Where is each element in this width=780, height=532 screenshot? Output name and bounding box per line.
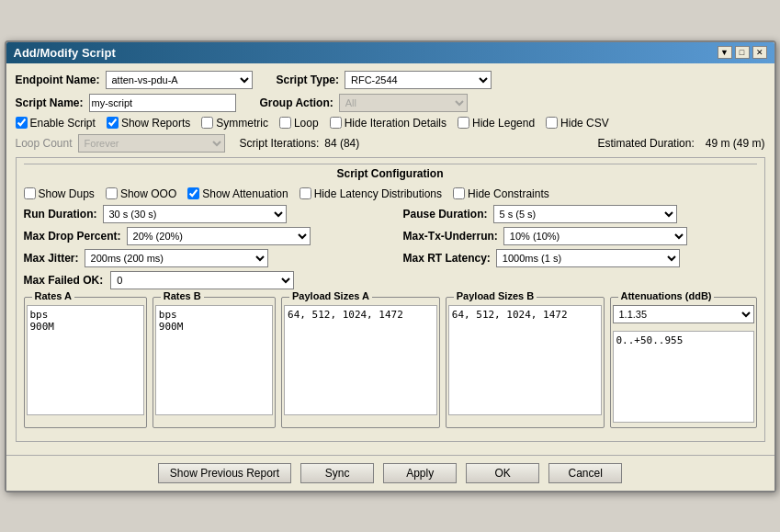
loop-checkbox[interactable] — [279, 117, 291, 129]
script-name-group-row: Script Name: Group Action: All — [16, 94, 765, 112]
show-dups-label: Show Dups — [39, 187, 95, 200]
atten-header: 1.1.35 — [613, 305, 754, 323]
max-jitter-half: Max Jitter: 200ms (200 ms) — [24, 249, 378, 267]
loop-label: Loop — [294, 117, 319, 130]
hide-iteration-label: Hide Iteration Details — [345, 117, 447, 130]
run-duration-select[interactable]: 30 s (30 s) — [103, 205, 287, 223]
max-tx-label: Max-Tx-Underrun: — [403, 230, 498, 243]
apply-button[interactable]: Apply — [383, 463, 457, 483]
maximize-button[interactable]: □ — [735, 46, 750, 59]
payload-b-title: Payload Sizes B — [454, 290, 537, 301]
symmetric-item: Symmetric — [201, 117, 268, 130]
payload-b-textarea[interactable]: 64, 512, 1024, 1472 — [448, 305, 602, 415]
script-type-select[interactable]: RFC-2544 — [345, 71, 492, 89]
max-drop-half: Max Drop Percent: 20% (20%) — [24, 227, 378, 245]
hide-iteration-checkbox[interactable] — [330, 117, 342, 129]
enable-script-item: Enable Script — [16, 117, 96, 130]
sync-button[interactable]: Sync — [300, 463, 374, 483]
endpoint-name-label: Endpoint Name: — [16, 74, 100, 86]
hide-csv-item: Hide CSV — [546, 117, 609, 130]
attenuations-title: Attenuations (ddB) — [618, 290, 715, 301]
show-attenuation-checkbox[interactable] — [187, 187, 199, 199]
show-reports-checkbox[interactable] — [107, 117, 119, 129]
checkboxes-row: Enable Script Show Reports Symmetric Loo… — [16, 117, 765, 130]
script-config-header: Script Configuration — [24, 164, 757, 183]
estimated-duration-value: 49 m (49 m) — [706, 137, 765, 150]
rates-b-textarea[interactable]: bps 900M — [155, 305, 273, 415]
endpoint-script-type-row: Endpoint Name: atten-vs-pdu-A Script Typ… — [16, 71, 765, 89]
hide-legend-checkbox[interactable] — [458, 117, 469, 129]
jitter-rt-row: Max Jitter: 200ms (200 ms) Max RT Latenc… — [24, 249, 757, 267]
payload-a-title: Payload Sizes A — [289, 290, 372, 301]
max-failed-select[interactable]: 0 — [110, 271, 294, 289]
rates-b-box: Rates B bps 900M — [153, 297, 276, 428]
rates-b-title: Rates B — [161, 290, 204, 301]
drop-tx-row: Max Drop Percent: 20% (20%) Max-Tx-Under… — [24, 227, 757, 245]
show-ooo-checkbox[interactable] — [106, 187, 118, 199]
max-tx-half: Max-Tx-Underrun: 10% (10%) — [403, 227, 757, 245]
endpoint-name-select[interactable]: atten-vs-pdu-A — [106, 71, 253, 89]
hide-constraints-checkbox[interactable] — [453, 187, 465, 199]
ok-button[interactable]: OK — [466, 463, 539, 483]
dialog-body: Endpoint Name: atten-vs-pdu-A Script Typ… — [6, 63, 774, 455]
hide-csv-checkbox[interactable] — [546, 117, 558, 129]
show-ooo-item: Show OOO — [106, 187, 176, 200]
loop-item: Loop — [279, 117, 319, 130]
show-attenuation-item: Show Attenuation — [187, 187, 288, 200]
pause-duration-half: Pause Duration: 5 s (5 s) — [403, 205, 757, 223]
hide-latency-item: Hide Latency Distributions — [300, 187, 442, 200]
close-button[interactable]: ✕ — [752, 46, 767, 59]
dialog-title: Add/Modify Script — [14, 46, 116, 60]
max-jitter-label: Max Jitter: — [24, 252, 79, 265]
symmetric-checkbox[interactable] — [201, 117, 213, 129]
payload-b-box: Payload Sizes B 64, 512, 1024, 1472 — [446, 297, 605, 428]
hide-legend-label: Hide Legend — [472, 117, 535, 130]
show-previous-report-button[interactable]: Show Previous Report — [158, 463, 291, 483]
hide-legend-item: Hide Legend — [458, 117, 535, 130]
group-action-select[interactable]: All — [339, 94, 468, 112]
script-type-label: Script Type: — [277, 74, 339, 86]
script-iterations-label: Script Iterations: — [240, 137, 320, 150]
rates-a-textarea[interactable]: bps 900M — [27, 305, 144, 415]
hide-constraints-item: Hide Constraints — [453, 187, 549, 200]
cancel-button[interactable]: Cancel — [548, 463, 622, 483]
script-name-input[interactable] — [89, 94, 236, 112]
attenuation-select[interactable]: 1.1.35 — [613, 305, 754, 323]
show-attenuation-label: Show Attenuation — [202, 187, 288, 200]
show-reports-label: Show Reports — [121, 117, 190, 130]
payload-a-box: Payload Sizes A 64, 512, 1024, 1472 — [281, 297, 440, 428]
max-drop-select[interactable]: 20% (20%) — [127, 227, 311, 245]
run-duration-half: Run Duration: 30 s (30 s) — [24, 205, 378, 223]
loop-count-select[interactable]: Forever — [78, 134, 225, 153]
script-iterations-value: 84 (84) — [324, 137, 359, 150]
max-rt-select[interactable]: 1000ms (1 s) — [496, 249, 680, 267]
loop-iterations-row: Loop Count Forever Script Iterations: 84… — [16, 134, 765, 153]
show-ooo-label: Show OOO — [120, 187, 176, 200]
max-tx-select[interactable]: 10% (10%) — [503, 227, 687, 245]
run-pause-row: Run Duration: 30 s (30 s) Pause Duration… — [24, 205, 757, 223]
enable-script-checkbox[interactable] — [16, 117, 28, 129]
max-rt-half: Max RT Latency: 1000ms (1 s) — [403, 249, 757, 267]
footer: Show Previous Report Sync Apply OK Cance… — [6, 455, 774, 491]
group-action-label: Group Action: — [260, 96, 333, 109]
hide-csv-label: Hide CSV — [560, 117, 609, 130]
show-dups-checkbox[interactable] — [24, 187, 36, 199]
max-failed-row: Max Failed OK: 0 — [24, 271, 757, 289]
title-bar: Add/Modify Script ▼ □ ✕ — [6, 42, 774, 63]
hide-latency-checkbox[interactable] — [300, 187, 311, 199]
enable-script-label: Enable Script — [30, 117, 96, 130]
config-checkboxes-row: Show Dups Show OOO Show Attenuation Hide… — [24, 187, 757, 200]
pause-duration-select[interactable]: 5 s (5 s) — [493, 205, 677, 223]
attenuations-textarea[interactable]: 0..+50..955 — [613, 331, 754, 423]
symmetric-label: Symmetric — [216, 117, 268, 130]
hide-iteration-item: Hide Iteration Details — [330, 117, 447, 130]
max-drop-label: Max Drop Percent: — [24, 230, 121, 243]
script-name-label: Script Name: — [16, 96, 84, 109]
minimize-button[interactable]: ▼ — [718, 46, 732, 59]
max-rt-label: Max RT Latency: — [403, 252, 491, 265]
max-jitter-select[interactable]: 200ms (200 ms) — [85, 249, 268, 267]
pause-duration-label: Pause Duration: — [403, 208, 488, 221]
payload-a-textarea[interactable]: 64, 512, 1024, 1472 — [284, 305, 437, 415]
attenuations-box: Attenuations (ddB) 1.1.35 0..+50..955 — [610, 297, 757, 428]
estimated-duration-label: Estimated Duration: — [597, 137, 694, 150]
